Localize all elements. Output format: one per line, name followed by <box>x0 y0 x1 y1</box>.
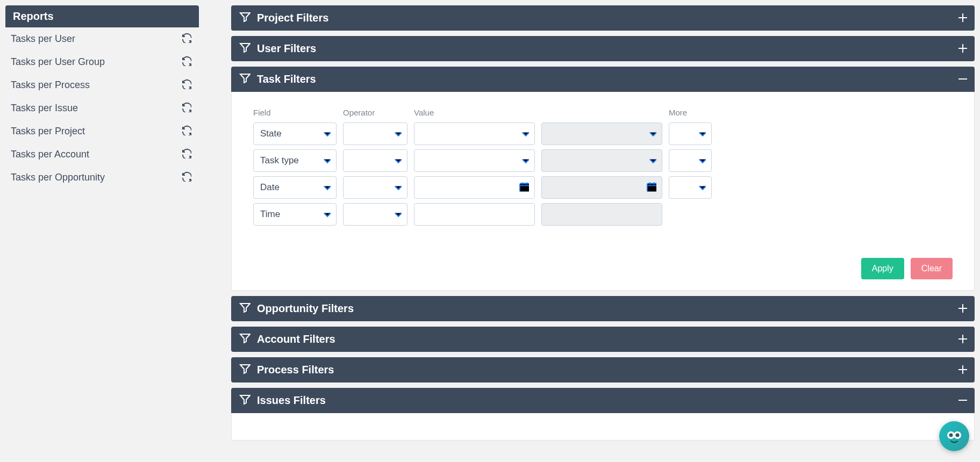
chevron-down-icon <box>321 155 331 167</box>
col-operator: Operator <box>343 108 407 118</box>
refresh-icon[interactable] <box>181 148 191 161</box>
calendar-icon <box>518 181 529 194</box>
field-select[interactable]: State <box>253 122 337 145</box>
process-filters-header[interactable]: Process Filters <box>231 357 975 382</box>
more-select[interactable] <box>669 122 712 145</box>
chevron-down-icon <box>519 128 529 140</box>
chevron-down-icon <box>647 155 656 167</box>
refresh-icon[interactable] <box>181 55 191 69</box>
apply-button[interactable]: Apply <box>861 258 904 279</box>
plus-icon[interactable] <box>956 333 967 346</box>
minus-icon[interactable] <box>956 73 967 86</box>
chevron-down-icon <box>392 155 402 167</box>
panel-title: Account Filters <box>257 333 335 345</box>
operator-select[interactable] <box>343 122 407 145</box>
chevron-down-icon <box>392 128 402 140</box>
plus-icon[interactable] <box>956 11 967 25</box>
sidebar-item-label: Tasks per Project <box>8 126 85 137</box>
sidebar-item[interactable]: Tasks per Issue <box>5 97 199 120</box>
refresh-icon[interactable] <box>181 102 191 115</box>
sidebar-item-label: Tasks per Issue <box>8 103 78 114</box>
issues-filters-body <box>231 413 975 441</box>
chevron-down-icon <box>519 155 529 167</box>
chevron-down-icon <box>696 182 706 194</box>
reports-sidebar: Reports Tasks per UserTasks per User Gro… <box>5 5 199 189</box>
sidebar-item[interactable]: Tasks per Project <box>5 120 199 143</box>
field-value: Date <box>260 182 280 193</box>
funnel-icon <box>239 363 251 377</box>
plus-icon[interactable] <box>956 302 967 315</box>
operator-select[interactable] <box>343 203 407 226</box>
refresh-icon[interactable] <box>181 78 191 92</box>
panel-title: Project Filters <box>257 12 328 24</box>
funnel-icon <box>239 11 251 25</box>
col-field: Field <box>253 108 337 118</box>
sidebar-item[interactable]: Tasks per User <box>5 27 199 50</box>
sidebar-title: Reports <box>5 5 199 27</box>
svg-point-3 <box>949 434 953 437</box>
issues-filters-header[interactable]: Issues Filters <box>231 388 975 413</box>
sidebar-item-label: Tasks per Account <box>8 149 89 160</box>
chevron-down-icon <box>647 128 656 140</box>
field-value: Time <box>260 209 280 220</box>
panel-title: Process Filters <box>257 364 334 376</box>
value-input[interactable] <box>414 203 535 226</box>
chevron-down-icon <box>392 208 402 221</box>
field-select[interactable]: Task type <box>253 149 337 172</box>
sidebar-item[interactable]: Tasks per Account <box>5 143 199 166</box>
refresh-icon[interactable] <box>181 171 191 184</box>
panel-title: Opportunity Filters <box>257 302 354 315</box>
more-select[interactable] <box>669 176 712 199</box>
value2-input <box>541 149 662 172</box>
sidebar-item[interactable]: Tasks per Opportunity <box>5 166 199 189</box>
sidebar-item-label: Tasks per Opportunity <box>8 172 105 183</box>
value2-input <box>541 122 662 145</box>
refresh-icon[interactable] <box>181 125 191 138</box>
help-widget[interactable] <box>939 421 969 451</box>
opportunity-filters-header[interactable]: Opportunity Filters <box>231 296 975 321</box>
project-filters-header[interactable]: Project Filters <box>231 5 975 31</box>
funnel-icon <box>239 41 251 56</box>
value2-input <box>541 203 662 226</box>
sidebar-item[interactable]: Tasks per Process <box>5 74 199 97</box>
calendar-icon <box>646 181 656 194</box>
sidebar-item-label: Tasks per User Group <box>8 56 105 68</box>
field-value: State <box>260 128 282 139</box>
value-input[interactable] <box>414 176 535 199</box>
chevron-down-icon <box>321 182 331 194</box>
task-filters-body: Field Operator Value More StateTask type… <box>231 92 975 291</box>
plus-icon[interactable] <box>956 42 967 55</box>
operator-select[interactable] <box>343 176 407 199</box>
more-select[interactable] <box>669 149 712 172</box>
value-input[interactable] <box>414 122 535 145</box>
panel-title: User Filters <box>257 42 316 55</box>
chevron-down-icon <box>696 155 706 167</box>
chevron-down-icon <box>696 128 706 140</box>
filters-area: Project Filters User Filters Task Filter… <box>231 5 975 446</box>
chevron-down-icon <box>321 128 331 140</box>
chevron-down-icon <box>321 208 331 221</box>
funnel-icon <box>239 332 251 346</box>
sidebar-item[interactable]: Tasks per User Group <box>5 50 199 74</box>
operator-select[interactable] <box>343 149 407 172</box>
task-filters-header[interactable]: Task Filters <box>231 67 975 92</box>
panel-title: Task Filters <box>257 73 316 85</box>
col-more: More <box>669 108 712 118</box>
field-select[interactable]: Date <box>253 176 337 199</box>
refresh-icon[interactable] <box>181 32 191 46</box>
col-value: Value <box>414 108 535 118</box>
user-filters-header[interactable]: User Filters <box>231 36 975 61</box>
funnel-icon <box>239 393 251 408</box>
svg-point-4 <box>956 434 960 437</box>
minus-icon[interactable] <box>956 394 967 407</box>
account-filters-header[interactable]: Account Filters <box>231 327 975 352</box>
sidebar-item-label: Tasks per Process <box>8 80 90 91</box>
sidebar-item-label: Tasks per User <box>8 33 75 45</box>
value-input[interactable] <box>414 149 535 172</box>
clear-button[interactable]: Clear <box>911 258 953 279</box>
plus-icon[interactable] <box>956 363 967 377</box>
field-select[interactable]: Time <box>253 203 337 226</box>
funnel-icon <box>239 301 251 316</box>
funnel-icon <box>239 72 251 86</box>
value2-input <box>541 176 662 199</box>
